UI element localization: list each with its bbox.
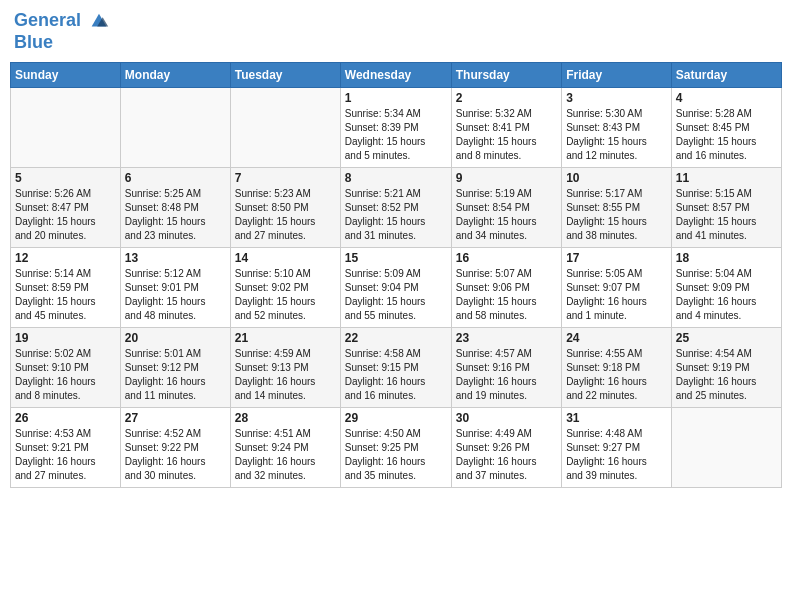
day-number: 31 bbox=[566, 411, 667, 425]
week-row-1: 1Sunrise: 5:34 AM Sunset: 8:39 PM Daylig… bbox=[11, 87, 782, 167]
day-number: 5 bbox=[15, 171, 116, 185]
day-number: 2 bbox=[456, 91, 557, 105]
day-cell-11: 11Sunrise: 5:15 AM Sunset: 8:57 PM Dayli… bbox=[671, 167, 781, 247]
week-row-3: 12Sunrise: 5:14 AM Sunset: 8:59 PM Dayli… bbox=[11, 247, 782, 327]
empty-cell bbox=[671, 407, 781, 487]
day-cell-4: 4Sunrise: 5:28 AM Sunset: 8:45 PM Daylig… bbox=[671, 87, 781, 167]
day-cell-19: 19Sunrise: 5:02 AM Sunset: 9:10 PM Dayli… bbox=[11, 327, 121, 407]
day-cell-23: 23Sunrise: 4:57 AM Sunset: 9:16 PM Dayli… bbox=[451, 327, 561, 407]
day-number: 30 bbox=[456, 411, 557, 425]
day-cell-9: 9Sunrise: 5:19 AM Sunset: 8:54 PM Daylig… bbox=[451, 167, 561, 247]
day-number: 9 bbox=[456, 171, 557, 185]
day-info: Sunrise: 4:53 AM Sunset: 9:21 PM Dayligh… bbox=[15, 427, 116, 483]
day-number: 27 bbox=[125, 411, 226, 425]
day-number: 7 bbox=[235, 171, 336, 185]
day-cell-25: 25Sunrise: 4:54 AM Sunset: 9:19 PM Dayli… bbox=[671, 327, 781, 407]
weekday-header-row: SundayMondayTuesdayWednesdayThursdayFrid… bbox=[11, 62, 782, 87]
logo-blue: Blue bbox=[14, 32, 110, 54]
day-number: 19 bbox=[15, 331, 116, 345]
day-cell-14: 14Sunrise: 5:10 AM Sunset: 9:02 PM Dayli… bbox=[230, 247, 340, 327]
day-number: 1 bbox=[345, 91, 447, 105]
day-number: 10 bbox=[566, 171, 667, 185]
day-cell-5: 5Sunrise: 5:26 AM Sunset: 8:47 PM Daylig… bbox=[11, 167, 121, 247]
day-number: 21 bbox=[235, 331, 336, 345]
day-cell-24: 24Sunrise: 4:55 AM Sunset: 9:18 PM Dayli… bbox=[562, 327, 672, 407]
day-info: Sunrise: 5:25 AM Sunset: 8:48 PM Dayligh… bbox=[125, 187, 226, 243]
day-info: Sunrise: 5:32 AM Sunset: 8:41 PM Dayligh… bbox=[456, 107, 557, 163]
day-info: Sunrise: 4:48 AM Sunset: 9:27 PM Dayligh… bbox=[566, 427, 667, 483]
day-info: Sunrise: 4:54 AM Sunset: 9:19 PM Dayligh… bbox=[676, 347, 777, 403]
day-number: 11 bbox=[676, 171, 777, 185]
weekday-thursday: Thursday bbox=[451, 62, 561, 87]
day-info: Sunrise: 5:19 AM Sunset: 8:54 PM Dayligh… bbox=[456, 187, 557, 243]
day-cell-29: 29Sunrise: 4:50 AM Sunset: 9:25 PM Dayli… bbox=[340, 407, 451, 487]
day-number: 17 bbox=[566, 251, 667, 265]
day-info: Sunrise: 4:52 AM Sunset: 9:22 PM Dayligh… bbox=[125, 427, 226, 483]
day-cell-10: 10Sunrise: 5:17 AM Sunset: 8:55 PM Dayli… bbox=[562, 167, 672, 247]
calendar-table: SundayMondayTuesdayWednesdayThursdayFrid… bbox=[10, 62, 782, 488]
day-cell-15: 15Sunrise: 5:09 AM Sunset: 9:04 PM Dayli… bbox=[340, 247, 451, 327]
page-header: General Blue bbox=[10, 10, 782, 54]
day-info: Sunrise: 4:55 AM Sunset: 9:18 PM Dayligh… bbox=[566, 347, 667, 403]
day-cell-6: 6Sunrise: 5:25 AM Sunset: 8:48 PM Daylig… bbox=[120, 167, 230, 247]
day-cell-3: 3Sunrise: 5:30 AM Sunset: 8:43 PM Daylig… bbox=[562, 87, 672, 167]
day-number: 23 bbox=[456, 331, 557, 345]
day-info: Sunrise: 4:51 AM Sunset: 9:24 PM Dayligh… bbox=[235, 427, 336, 483]
logo-text: General bbox=[14, 10, 110, 32]
weekday-friday: Friday bbox=[562, 62, 672, 87]
day-cell-21: 21Sunrise: 4:59 AM Sunset: 9:13 PM Dayli… bbox=[230, 327, 340, 407]
day-info: Sunrise: 5:07 AM Sunset: 9:06 PM Dayligh… bbox=[456, 267, 557, 323]
day-info: Sunrise: 4:50 AM Sunset: 9:25 PM Dayligh… bbox=[345, 427, 447, 483]
day-number: 3 bbox=[566, 91, 667, 105]
day-number: 6 bbox=[125, 171, 226, 185]
day-cell-2: 2Sunrise: 5:32 AM Sunset: 8:41 PM Daylig… bbox=[451, 87, 561, 167]
day-number: 18 bbox=[676, 251, 777, 265]
weekday-monday: Monday bbox=[120, 62, 230, 87]
day-number: 8 bbox=[345, 171, 447, 185]
day-info: Sunrise: 4:57 AM Sunset: 9:16 PM Dayligh… bbox=[456, 347, 557, 403]
weekday-sunday: Sunday bbox=[11, 62, 121, 87]
day-cell-22: 22Sunrise: 4:58 AM Sunset: 9:15 PM Dayli… bbox=[340, 327, 451, 407]
weekday-wednesday: Wednesday bbox=[340, 62, 451, 87]
week-row-5: 26Sunrise: 4:53 AM Sunset: 9:21 PM Dayli… bbox=[11, 407, 782, 487]
day-number: 12 bbox=[15, 251, 116, 265]
day-info: Sunrise: 5:12 AM Sunset: 9:01 PM Dayligh… bbox=[125, 267, 226, 323]
day-number: 20 bbox=[125, 331, 226, 345]
day-cell-8: 8Sunrise: 5:21 AM Sunset: 8:52 PM Daylig… bbox=[340, 167, 451, 247]
week-row-4: 19Sunrise: 5:02 AM Sunset: 9:10 PM Dayli… bbox=[11, 327, 782, 407]
empty-cell bbox=[230, 87, 340, 167]
day-info: Sunrise: 5:09 AM Sunset: 9:04 PM Dayligh… bbox=[345, 267, 447, 323]
day-cell-30: 30Sunrise: 4:49 AM Sunset: 9:26 PM Dayli… bbox=[451, 407, 561, 487]
day-number: 28 bbox=[235, 411, 336, 425]
day-cell-28: 28Sunrise: 4:51 AM Sunset: 9:24 PM Dayli… bbox=[230, 407, 340, 487]
day-info: Sunrise: 5:34 AM Sunset: 8:39 PM Dayligh… bbox=[345, 107, 447, 163]
day-number: 24 bbox=[566, 331, 667, 345]
day-info: Sunrise: 5:30 AM Sunset: 8:43 PM Dayligh… bbox=[566, 107, 667, 163]
day-number: 14 bbox=[235, 251, 336, 265]
week-row-2: 5Sunrise: 5:26 AM Sunset: 8:47 PM Daylig… bbox=[11, 167, 782, 247]
day-info: Sunrise: 5:02 AM Sunset: 9:10 PM Dayligh… bbox=[15, 347, 116, 403]
day-number: 16 bbox=[456, 251, 557, 265]
day-cell-17: 17Sunrise: 5:05 AM Sunset: 9:07 PM Dayli… bbox=[562, 247, 672, 327]
day-info: Sunrise: 4:58 AM Sunset: 9:15 PM Dayligh… bbox=[345, 347, 447, 403]
day-info: Sunrise: 5:26 AM Sunset: 8:47 PM Dayligh… bbox=[15, 187, 116, 243]
day-cell-20: 20Sunrise: 5:01 AM Sunset: 9:12 PM Dayli… bbox=[120, 327, 230, 407]
day-number: 29 bbox=[345, 411, 447, 425]
day-cell-27: 27Sunrise: 4:52 AM Sunset: 9:22 PM Dayli… bbox=[120, 407, 230, 487]
day-info: Sunrise: 5:05 AM Sunset: 9:07 PM Dayligh… bbox=[566, 267, 667, 323]
day-info: Sunrise: 5:01 AM Sunset: 9:12 PM Dayligh… bbox=[125, 347, 226, 403]
day-info: Sunrise: 5:14 AM Sunset: 8:59 PM Dayligh… bbox=[15, 267, 116, 323]
day-cell-26: 26Sunrise: 4:53 AM Sunset: 9:21 PM Dayli… bbox=[11, 407, 121, 487]
day-info: Sunrise: 5:21 AM Sunset: 8:52 PM Dayligh… bbox=[345, 187, 447, 243]
day-info: Sunrise: 5:15 AM Sunset: 8:57 PM Dayligh… bbox=[676, 187, 777, 243]
day-cell-31: 31Sunrise: 4:48 AM Sunset: 9:27 PM Dayli… bbox=[562, 407, 672, 487]
day-cell-7: 7Sunrise: 5:23 AM Sunset: 8:50 PM Daylig… bbox=[230, 167, 340, 247]
weekday-tuesday: Tuesday bbox=[230, 62, 340, 87]
day-cell-12: 12Sunrise: 5:14 AM Sunset: 8:59 PM Dayli… bbox=[11, 247, 121, 327]
day-number: 15 bbox=[345, 251, 447, 265]
day-number: 4 bbox=[676, 91, 777, 105]
day-info: Sunrise: 5:17 AM Sunset: 8:55 PM Dayligh… bbox=[566, 187, 667, 243]
empty-cell bbox=[11, 87, 121, 167]
day-info: Sunrise: 5:28 AM Sunset: 8:45 PM Dayligh… bbox=[676, 107, 777, 163]
day-cell-18: 18Sunrise: 5:04 AM Sunset: 9:09 PM Dayli… bbox=[671, 247, 781, 327]
